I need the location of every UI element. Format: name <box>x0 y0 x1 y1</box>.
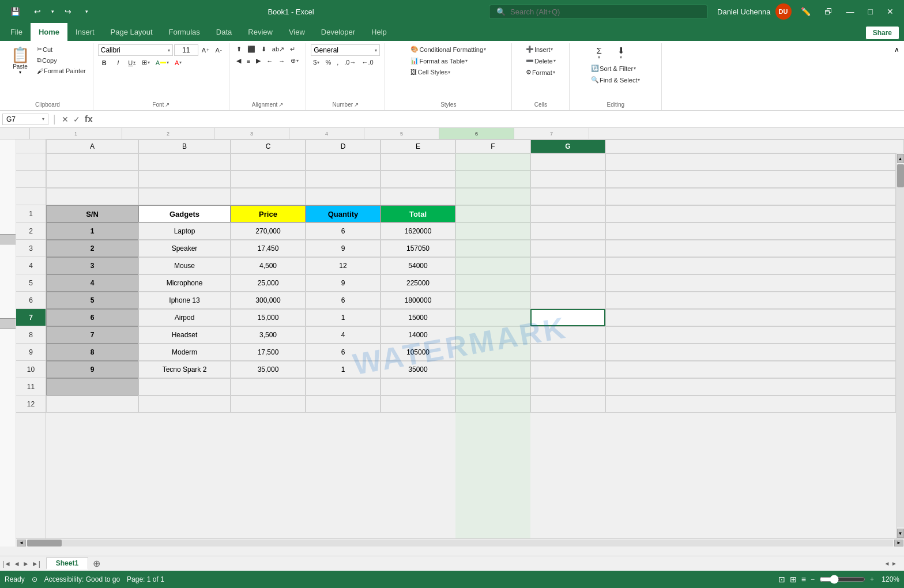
cell-reference-box[interactable]: G7 ▾ <box>2 114 48 125</box>
header-quantity[interactable]: Quantity <box>306 205 381 223</box>
row-num-4[interactable]: 4 <box>16 257 46 274</box>
sheet-first-button[interactable]: |◄ <box>2 560 11 568</box>
cell-total-4[interactable]: 225000 <box>381 274 455 292</box>
row-num-6[interactable]: 6 <box>16 292 46 309</box>
scroll-track[interactable] <box>897 164 904 527</box>
insert-function-icon[interactable]: fx <box>84 113 94 126</box>
search-box[interactable]: 🔍 <box>489 5 708 19</box>
cut-button[interactable]: ✂ Cut <box>35 44 88 54</box>
header-more[interactable] <box>605 205 896 223</box>
cell-F-7[interactable] <box>455 326 530 344</box>
format-painter-button[interactable]: 🖌 Format Painter <box>35 66 88 76</box>
cell-qty-9[interactable]: 1 <box>306 361 381 378</box>
insert-button[interactable]: ➕ Insert ▾ <box>523 44 558 54</box>
cell-G-5[interactable] <box>530 292 605 309</box>
align-right-button[interactable]: ▶ <box>254 56 263 66</box>
cell-gadget-5[interactable]: Iphone 13 <box>138 292 231 309</box>
zoom-out-icon[interactable]: − <box>811 575 815 583</box>
add-sheet-button[interactable]: ⊕ <box>89 558 104 569</box>
cell-empty[interactable] <box>306 153 381 171</box>
paste-button[interactable]: 📋 Paste ▾ <box>7 44 33 78</box>
tab-view[interactable]: View <box>281 23 313 41</box>
h-scroll-btn[interactable]: ◄ ► <box>884 560 897 567</box>
cell-total-9[interactable]: 35000 <box>381 361 455 378</box>
col-header-A[interactable]: A <box>46 140 138 153</box>
fill-color-button[interactable]: A ▾ <box>153 58 171 67</box>
align-left-button[interactable]: ◀ <box>234 56 243 66</box>
tab-insert[interactable]: Insert <box>67 23 103 41</box>
font-name-selector[interactable]: Calibri ▾ <box>98 44 173 56</box>
cell-qty-4[interactable]: 9 <box>306 274 381 292</box>
cell-F-1[interactable] <box>455 223 530 240</box>
find-select-button[interactable]: 🔍 Find & Select ▾ <box>589 75 642 85</box>
header-G[interactable] <box>530 205 605 223</box>
cell-empty[interactable] <box>605 153 896 171</box>
cell-sn-1[interactable]: 1 <box>46 223 138 240</box>
row-num-2[interactable]: 2 <box>16 223 46 240</box>
align-top-button[interactable]: ⬆ <box>234 44 244 54</box>
col-header-F[interactable]: F <box>455 140 530 153</box>
redo-icon[interactable]: ↪ <box>60 5 76 18</box>
italic-button[interactable]: I <box>112 58 125 67</box>
number-expand-icon[interactable]: ↗ <box>354 101 359 108</box>
thousands-button[interactable]: , <box>334 58 341 67</box>
cell-price-3[interactable]: 4,500 <box>231 257 306 274</box>
cell-G-8[interactable] <box>530 344 605 361</box>
cell-empty[interactable] <box>138 153 231 171</box>
decrease-font-button[interactable]: A- <box>213 46 224 55</box>
restore-icon[interactable]: 🗗 <box>820 5 837 18</box>
header-price[interactable]: Price <box>231 205 306 223</box>
cell-F-8[interactable] <box>455 344 530 361</box>
close-icon[interactable]: ✕ <box>882 5 898 18</box>
cell-total-8[interactable]: 105000 <box>381 344 455 361</box>
cell-price-6[interactable]: 15,000 <box>231 309 306 326</box>
delete-button[interactable]: ➖ Delete ▾ <box>523 56 558 66</box>
cell-F-4[interactable] <box>455 274 530 292</box>
cell-empty[interactable] <box>231 153 306 171</box>
sheet-next-button[interactable]: ► <box>22 560 29 568</box>
cell-sn-2[interactable]: 2 <box>46 240 138 257</box>
tab-help[interactable]: Help <box>363 23 395 41</box>
normal-view-icon[interactable]: ⊡ <box>778 575 785 584</box>
vertical-scrollbar[interactable]: ▲ ▼ <box>896 153 904 538</box>
sheet-last-button[interactable]: ►| <box>32 560 40 568</box>
cell-price-5[interactable]: 300,000 <box>231 292 306 309</box>
cell-gadget-4[interactable]: Microphone <box>138 274 231 292</box>
page-break-view-icon[interactable]: ≡ <box>801 575 806 584</box>
underline-button[interactable]: U ▾ <box>126 58 138 67</box>
cell-empty[interactable] <box>530 153 605 171</box>
tab-formulas[interactable]: Formulas <box>161 23 208 41</box>
cell-G-4[interactable] <box>530 274 605 292</box>
header-total[interactable]: Total <box>381 205 455 223</box>
cell-sn-9[interactable]: 9 <box>46 361 138 378</box>
cell-total-7[interactable]: 14000 <box>381 326 455 344</box>
row-num-8[interactable]: 8 <box>16 326 46 344</box>
zoom-level[interactable]: 120% <box>879 575 899 583</box>
align-bottom-button[interactable]: ⬇ <box>259 44 269 54</box>
orientation-button[interactable]: ab↗ <box>270 44 287 54</box>
cell-gadget-8[interactable]: Moderm <box>138 344 231 361</box>
cell-G-9[interactable] <box>530 361 605 378</box>
col-header-D[interactable]: D <box>306 140 381 153</box>
cell-qty-7[interactable]: 4 <box>306 326 381 344</box>
header-F[interactable] <box>455 205 530 223</box>
cell-sn-6[interactable]: 6 <box>46 309 138 326</box>
header-gadgets[interactable]: Gadgets <box>138 205 231 223</box>
cell-gadget-7[interactable]: Headset <box>138 326 231 344</box>
active-cell-G7[interactable] <box>530 309 605 326</box>
row-num-3[interactable]: 3 <box>16 240 46 257</box>
horizontal-scrollbar[interactable]: ◄ ► <box>16 538 904 546</box>
cell-gadget-1[interactable]: Laptop <box>138 223 231 240</box>
col-header-E[interactable]: E <box>381 140 455 153</box>
h-scroll-track[interactable] <box>27 540 893 546</box>
copy-button[interactable]: ⧉ Copy <box>35 55 88 65</box>
cell-sn-4[interactable]: 4 <box>46 274 138 292</box>
scroll-up-button[interactable]: ▲ <box>897 154 904 163</box>
cell-gadget-9[interactable]: Tecno Spark 2 <box>138 361 231 378</box>
confirm-formula-icon[interactable]: ✓ <box>72 114 81 125</box>
cell-empty[interactable] <box>46 153 138 171</box>
header-sn[interactable]: S/N <box>46 205 138 223</box>
decrease-decimal-button[interactable]: ←.0 <box>359 58 375 67</box>
align-middle-button[interactable]: ⬛ <box>245 44 258 54</box>
col-header-more[interactable] <box>605 140 904 153</box>
